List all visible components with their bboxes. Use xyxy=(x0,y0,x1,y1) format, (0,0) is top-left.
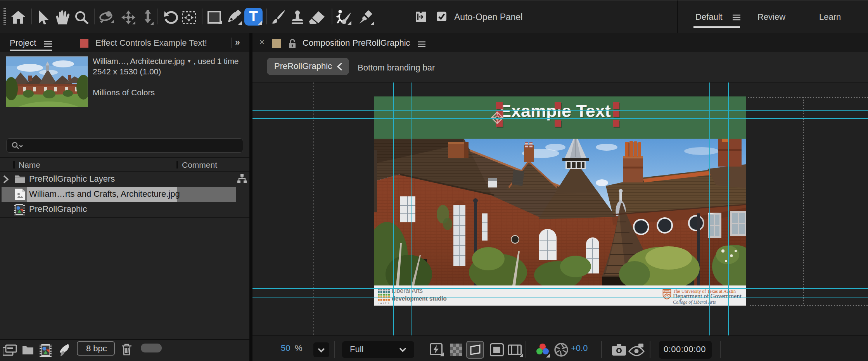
svg-text:LAITS: LAITS xyxy=(378,302,390,304)
